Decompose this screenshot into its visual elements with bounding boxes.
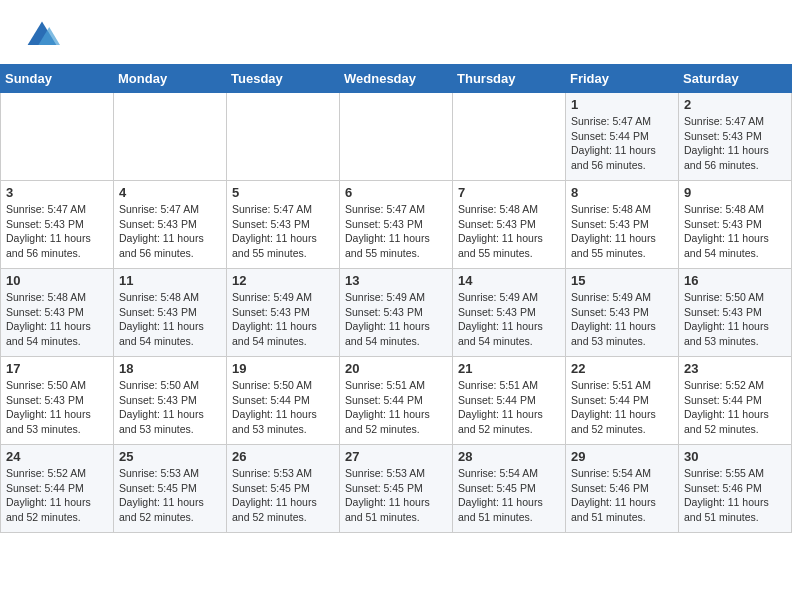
calendar-cell: 2Sunrise: 5:47 AM Sunset: 5:43 PM Daylig… [679, 93, 792, 181]
day-info: Sunrise: 5:47 AM Sunset: 5:44 PM Dayligh… [571, 114, 673, 173]
calendar-cell: 1Sunrise: 5:47 AM Sunset: 5:44 PM Daylig… [566, 93, 679, 181]
day-number: 2 [684, 97, 786, 112]
weekday-header-wednesday: Wednesday [340, 65, 453, 93]
day-info: Sunrise: 5:48 AM Sunset: 5:43 PM Dayligh… [684, 202, 786, 261]
day-info: Sunrise: 5:52 AM Sunset: 5:44 PM Dayligh… [684, 378, 786, 437]
day-info: Sunrise: 5:54 AM Sunset: 5:46 PM Dayligh… [571, 466, 673, 525]
day-number: 21 [458, 361, 560, 376]
day-info: Sunrise: 5:47 AM Sunset: 5:43 PM Dayligh… [684, 114, 786, 173]
day-number: 29 [571, 449, 673, 464]
calendar-cell: 21Sunrise: 5:51 AM Sunset: 5:44 PM Dayli… [453, 357, 566, 445]
day-number: 8 [571, 185, 673, 200]
calendar-cell [227, 93, 340, 181]
calendar-cell: 6Sunrise: 5:47 AM Sunset: 5:43 PM Daylig… [340, 181, 453, 269]
day-number: 11 [119, 273, 221, 288]
day-info: Sunrise: 5:48 AM Sunset: 5:43 PM Dayligh… [571, 202, 673, 261]
day-info: Sunrise: 5:55 AM Sunset: 5:46 PM Dayligh… [684, 466, 786, 525]
day-number: 4 [119, 185, 221, 200]
weekday-header-saturday: Saturday [679, 65, 792, 93]
calendar-cell: 5Sunrise: 5:47 AM Sunset: 5:43 PM Daylig… [227, 181, 340, 269]
calendar-cell: 27Sunrise: 5:53 AM Sunset: 5:45 PM Dayli… [340, 445, 453, 533]
day-info: Sunrise: 5:53 AM Sunset: 5:45 PM Dayligh… [345, 466, 447, 525]
day-number: 6 [345, 185, 447, 200]
day-number: 17 [6, 361, 108, 376]
day-number: 24 [6, 449, 108, 464]
weekday-header-thursday: Thursday [453, 65, 566, 93]
day-info: Sunrise: 5:50 AM Sunset: 5:43 PM Dayligh… [684, 290, 786, 349]
calendar-cell: 10Sunrise: 5:48 AM Sunset: 5:43 PM Dayli… [1, 269, 114, 357]
calendar-cell: 19Sunrise: 5:50 AM Sunset: 5:44 PM Dayli… [227, 357, 340, 445]
calendar-cell: 28Sunrise: 5:54 AM Sunset: 5:45 PM Dayli… [453, 445, 566, 533]
day-info: Sunrise: 5:47 AM Sunset: 5:43 PM Dayligh… [345, 202, 447, 261]
calendar-cell: 3Sunrise: 5:47 AM Sunset: 5:43 PM Daylig… [1, 181, 114, 269]
week-row-2: 3Sunrise: 5:47 AM Sunset: 5:43 PM Daylig… [1, 181, 792, 269]
logo [24, 18, 62, 54]
calendar-cell: 4Sunrise: 5:47 AM Sunset: 5:43 PM Daylig… [114, 181, 227, 269]
calendar-cell: 20Sunrise: 5:51 AM Sunset: 5:44 PM Dayli… [340, 357, 453, 445]
calendar-cell: 15Sunrise: 5:49 AM Sunset: 5:43 PM Dayli… [566, 269, 679, 357]
page: SundayMondayTuesdayWednesdayThursdayFrid… [0, 0, 792, 533]
weekday-header-row: SundayMondayTuesdayWednesdayThursdayFrid… [1, 65, 792, 93]
calendar-table: SundayMondayTuesdayWednesdayThursdayFrid… [0, 64, 792, 533]
day-info: Sunrise: 5:47 AM Sunset: 5:43 PM Dayligh… [6, 202, 108, 261]
day-info: Sunrise: 5:48 AM Sunset: 5:43 PM Dayligh… [119, 290, 221, 349]
day-number: 7 [458, 185, 560, 200]
calendar-cell: 23Sunrise: 5:52 AM Sunset: 5:44 PM Dayli… [679, 357, 792, 445]
weekday-header-tuesday: Tuesday [227, 65, 340, 93]
logo-icon [24, 18, 60, 54]
day-info: Sunrise: 5:47 AM Sunset: 5:43 PM Dayligh… [232, 202, 334, 261]
weekday-header-friday: Friday [566, 65, 679, 93]
day-info: Sunrise: 5:50 AM Sunset: 5:44 PM Dayligh… [232, 378, 334, 437]
day-info: Sunrise: 5:47 AM Sunset: 5:43 PM Dayligh… [119, 202, 221, 261]
calendar-cell [114, 93, 227, 181]
calendar-cell: 24Sunrise: 5:52 AM Sunset: 5:44 PM Dayli… [1, 445, 114, 533]
day-number: 26 [232, 449, 334, 464]
calendar-cell: 9Sunrise: 5:48 AM Sunset: 5:43 PM Daylig… [679, 181, 792, 269]
day-info: Sunrise: 5:53 AM Sunset: 5:45 PM Dayligh… [119, 466, 221, 525]
calendar-cell: 13Sunrise: 5:49 AM Sunset: 5:43 PM Dayli… [340, 269, 453, 357]
day-info: Sunrise: 5:52 AM Sunset: 5:44 PM Dayligh… [6, 466, 108, 525]
day-number: 18 [119, 361, 221, 376]
day-number: 14 [458, 273, 560, 288]
day-info: Sunrise: 5:48 AM Sunset: 5:43 PM Dayligh… [458, 202, 560, 261]
day-number: 1 [571, 97, 673, 112]
calendar-cell: 12Sunrise: 5:49 AM Sunset: 5:43 PM Dayli… [227, 269, 340, 357]
day-number: 9 [684, 185, 786, 200]
day-info: Sunrise: 5:51 AM Sunset: 5:44 PM Dayligh… [571, 378, 673, 437]
day-info: Sunrise: 5:51 AM Sunset: 5:44 PM Dayligh… [458, 378, 560, 437]
day-info: Sunrise: 5:50 AM Sunset: 5:43 PM Dayligh… [119, 378, 221, 437]
day-info: Sunrise: 5:51 AM Sunset: 5:44 PM Dayligh… [345, 378, 447, 437]
day-number: 15 [571, 273, 673, 288]
day-info: Sunrise: 5:48 AM Sunset: 5:43 PM Dayligh… [6, 290, 108, 349]
day-number: 28 [458, 449, 560, 464]
calendar-cell: 22Sunrise: 5:51 AM Sunset: 5:44 PM Dayli… [566, 357, 679, 445]
day-number: 22 [571, 361, 673, 376]
calendar-cell: 30Sunrise: 5:55 AM Sunset: 5:46 PM Dayli… [679, 445, 792, 533]
calendar-cell [453, 93, 566, 181]
day-info: Sunrise: 5:49 AM Sunset: 5:43 PM Dayligh… [345, 290, 447, 349]
weekday-header-sunday: Sunday [1, 65, 114, 93]
day-number: 3 [6, 185, 108, 200]
day-info: Sunrise: 5:50 AM Sunset: 5:43 PM Dayligh… [6, 378, 108, 437]
day-number: 13 [345, 273, 447, 288]
day-info: Sunrise: 5:49 AM Sunset: 5:43 PM Dayligh… [571, 290, 673, 349]
calendar-cell: 29Sunrise: 5:54 AM Sunset: 5:46 PM Dayli… [566, 445, 679, 533]
calendar-cell: 11Sunrise: 5:48 AM Sunset: 5:43 PM Dayli… [114, 269, 227, 357]
day-info: Sunrise: 5:49 AM Sunset: 5:43 PM Dayligh… [232, 290, 334, 349]
day-number: 16 [684, 273, 786, 288]
calendar-cell: 14Sunrise: 5:49 AM Sunset: 5:43 PM Dayli… [453, 269, 566, 357]
header [0, 0, 792, 64]
day-number: 27 [345, 449, 447, 464]
day-info: Sunrise: 5:53 AM Sunset: 5:45 PM Dayligh… [232, 466, 334, 525]
day-number: 20 [345, 361, 447, 376]
calendar-cell: 25Sunrise: 5:53 AM Sunset: 5:45 PM Dayli… [114, 445, 227, 533]
calendar-cell [1, 93, 114, 181]
calendar-cell [340, 93, 453, 181]
week-row-1: 1Sunrise: 5:47 AM Sunset: 5:44 PM Daylig… [1, 93, 792, 181]
week-row-5: 24Sunrise: 5:52 AM Sunset: 5:44 PM Dayli… [1, 445, 792, 533]
weekday-header-monday: Monday [114, 65, 227, 93]
calendar-cell: 18Sunrise: 5:50 AM Sunset: 5:43 PM Dayli… [114, 357, 227, 445]
day-number: 12 [232, 273, 334, 288]
calendar-cell: 17Sunrise: 5:50 AM Sunset: 5:43 PM Dayli… [1, 357, 114, 445]
day-number: 23 [684, 361, 786, 376]
